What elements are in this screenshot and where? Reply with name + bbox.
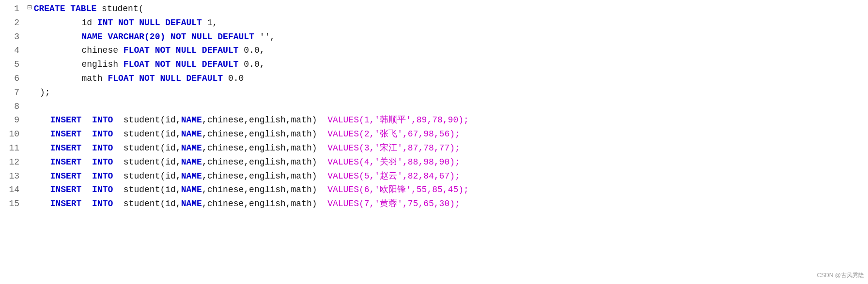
- code-segment: NOT NULL DEFAULT: [139, 72, 223, 86]
- code-segment: NAME: [81, 30, 102, 44]
- code-segment: INSERT: [50, 197, 82, 211]
- code-segment: INTO: [92, 155, 113, 169]
- code-segment: 1,: [202, 16, 217, 30]
- code-segment: TABLE: [70, 2, 96, 16]
- code-segment: [40, 141, 50, 155]
- code-segment: VALUES(2,'张飞',67,98,56);: [327, 127, 460, 141]
- code-segment: [81, 155, 92, 169]
- code-line: INSERT INTO student(id,NAME,chinese,engl…: [27, 169, 864, 183]
- line-number: 14: [4, 183, 19, 197]
- code-segment: student(: [96, 2, 143, 16]
- code-line: english FLOAT NOT NULL DEFAULT 0.0,: [27, 58, 864, 72]
- code-segment: NAME: [181, 197, 202, 211]
- code-segment: NOT NULL DEFAULT: [155, 44, 239, 58]
- code-segment: student(id,: [113, 169, 181, 183]
- code-segment: FLOAT: [108, 72, 134, 86]
- line-number: 5: [4, 58, 19, 72]
- code-segment: NOT NULL DEFAULT: [170, 30, 254, 44]
- code-segment: );: [40, 86, 50, 100]
- code-segment: student(id,: [113, 113, 181, 127]
- code-segment: [40, 183, 50, 197]
- code-segment: ,chinese,english,math): [202, 155, 327, 169]
- code-segment: NAME: [181, 141, 202, 155]
- code-segment: [40, 127, 50, 141]
- code-segment: VALUES(7,'黄蓉',75,65,30);: [327, 197, 460, 211]
- code-segment: [134, 72, 139, 86]
- code-segment: [81, 197, 92, 211]
- code-segment: INTO: [92, 141, 113, 155]
- code-segment: NOT NULL DEFAULT: [155, 58, 239, 72]
- code-segment: INSERT: [50, 113, 82, 127]
- code-segment: VALUES(4,'关羽',88,98,90);: [327, 155, 460, 169]
- code-segment: student(id,: [113, 197, 181, 211]
- code-segment: VALUES(5,'赵云',82,84,67);: [327, 169, 460, 183]
- code-segment: id: [40, 16, 97, 30]
- line-number: 13: [4, 169, 19, 183]
- code-line: math FLOAT NOT NULL DEFAULT 0.0: [27, 72, 864, 86]
- line-number: 10: [4, 127, 19, 141]
- code-segment: [40, 197, 50, 211]
- code-segment: INSERT: [50, 183, 82, 197]
- code-segment: NAME: [181, 155, 202, 169]
- code-segment: [65, 2, 70, 16]
- code-segment: ,chinese,english,math): [202, 197, 327, 211]
- line-numbers: 123456789101112131415: [0, 2, 23, 282]
- code-segment: [81, 113, 92, 127]
- line-number: 12: [4, 155, 19, 169]
- code-segment: [113, 16, 118, 30]
- code-segment: VARCHAR(20): [108, 30, 165, 44]
- code-line: INSERT INTO student(id,NAME,chinese,engl…: [27, 197, 864, 211]
- line-number: 4: [4, 44, 19, 58]
- code-segment: ,chinese,english,math): [202, 113, 327, 127]
- code-segment: NAME: [181, 183, 202, 197]
- code-segment: [40, 113, 50, 127]
- code-segment: student(id,: [113, 127, 181, 141]
- line-number: 2: [4, 16, 19, 30]
- code-segment: INSERT: [50, 141, 82, 155]
- code-segment: FLOAT: [124, 58, 150, 72]
- line-number: 11: [4, 141, 19, 155]
- code-segment: INTO: [92, 197, 113, 211]
- line-number: 15: [4, 197, 19, 211]
- code-segment: [150, 44, 155, 58]
- code-segment: 0.0: [223, 72, 244, 86]
- code-line: INSERT INTO student(id,NAME,chinese,engl…: [27, 155, 864, 169]
- code-line: ⊟CREATE TABLE student(: [27, 2, 864, 16]
- code-segment: ,chinese,english,math): [202, 169, 327, 183]
- code-segment: NAME: [181, 127, 202, 141]
- code-segment: [81, 183, 92, 197]
- code-segment: student(id,: [113, 141, 181, 155]
- fold-indicator-icon[interactable]: ⊟: [27, 2, 32, 15]
- code-segment: ,chinese,english,math): [202, 141, 327, 155]
- code-segment: INTO: [92, 169, 113, 183]
- code-line: INSERT INTO student(id,NAME,chinese,engl…: [27, 127, 864, 141]
- code-line: INSERT INTO student(id,NAME,chinese,engl…: [27, 113, 864, 127]
- code-content: ⊟CREATE TABLE student( id INT NOT NULL D…: [23, 2, 868, 282]
- code-segment: NAME: [181, 113, 202, 127]
- code-segment: ,chinese,english,math): [202, 183, 327, 197]
- code-segment: INTO: [92, 127, 113, 141]
- code-line: INSERT INTO student(id,NAME,chinese,engl…: [27, 141, 864, 155]
- code-segment: INTO: [92, 183, 113, 197]
- code-segment: 0.0,: [238, 58, 264, 72]
- code-segment: [150, 58, 155, 72]
- line-number: 1: [4, 2, 19, 16]
- code-segment: [40, 169, 50, 183]
- code-segment: [40, 30, 81, 44]
- code-segment: CREATE: [34, 2, 65, 16]
- code-segment: chinese: [40, 44, 124, 58]
- code-segment: [40, 155, 50, 169]
- code-segment: student(id,: [113, 183, 181, 197]
- code-segment: '',: [254, 30, 275, 44]
- code-segment: VALUES(6,'欧阳锋',55,85,45);: [327, 183, 469, 197]
- code-segment: INT: [97, 16, 113, 30]
- code-segment: VALUES(3,'宋江',87,78,77);: [327, 141, 460, 155]
- code-line: NAME VARCHAR(20) NOT NULL DEFAULT '',: [27, 30, 864, 44]
- code-segment: INSERT: [50, 127, 82, 141]
- code-segment: INTO: [92, 113, 113, 127]
- line-number: 6: [4, 72, 19, 86]
- line-number: 7: [4, 86, 19, 100]
- code-segment: FLOAT: [124, 44, 150, 58]
- code-line-empty: [27, 100, 864, 114]
- code-editor: 123456789101112131415 ⊟CREATE TABLE stud…: [0, 0, 868, 284]
